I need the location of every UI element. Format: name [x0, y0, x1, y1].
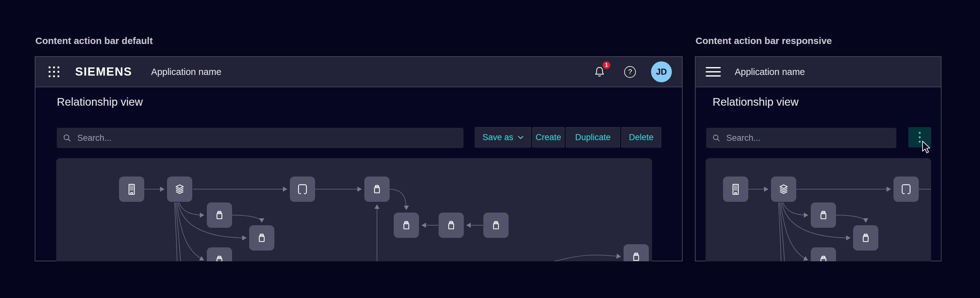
save-as-button[interactable]: Save as [475, 127, 531, 147]
diagram-node-container[interactable] [811, 202, 836, 228]
container-icon [858, 231, 873, 245]
container-icon [399, 218, 414, 232]
diagram-node-container[interactable] [853, 225, 878, 250]
diagram-edges [56, 158, 652, 261]
search-icon [712, 133, 721, 143]
search-icon [62, 133, 72, 143]
diagram-node-container[interactable] [364, 176, 390, 202]
container-icon [816, 208, 830, 223]
diagram-node-building[interactable] [119, 176, 144, 202]
notification-bell-button[interactable]: 1 [593, 65, 606, 79]
page-title: Relationship view [57, 96, 143, 108]
question-mark-icon: ? [624, 66, 636, 78]
diagram-node-container[interactable] [624, 244, 649, 261]
chevron-down-icon [518, 136, 523, 139]
diagram-node-container[interactable] [811, 247, 836, 261]
diagram-node-container[interactable] [249, 225, 274, 250]
diagram-node-container[interactable] [394, 213, 419, 238]
help-button[interactable]: ? [624, 66, 636, 78]
container-icon [212, 208, 227, 223]
diagram-node-container[interactable] [439, 213, 464, 238]
hamburger-icon [706, 67, 721, 77]
search-field[interactable] [57, 128, 463, 148]
search-field-responsive[interactable] [706, 128, 896, 148]
relationship-diagram-responsive [706, 158, 931, 261]
diagram-node-building[interactable] [723, 176, 748, 202]
container-icon [444, 218, 458, 232]
duplicate-button[interactable]: Duplicate [566, 127, 620, 147]
menu-button[interactable] [706, 67, 721, 77]
diagram-node-frame[interactable] [290, 176, 315, 202]
container-icon [816, 253, 830, 261]
layers-icon [776, 182, 791, 197]
frame-icon [295, 182, 310, 197]
container-icon [255, 231, 269, 245]
application-name-responsive: Application name [735, 67, 805, 77]
container-icon [629, 250, 643, 261]
container-icon [212, 253, 227, 261]
delete-button[interactable]: Delete [621, 127, 661, 147]
kebab-icon [919, 132, 921, 143]
diagram-node-layers[interactable] [771, 176, 796, 202]
building-icon [124, 182, 139, 197]
siemens-logo: SIEMENS [75, 65, 132, 79]
diagram-node-container[interactable] [207, 247, 232, 261]
create-button[interactable]: Create [532, 127, 565, 147]
app-launcher-icon[interactable] [49, 66, 59, 77]
page: Content action bar default SIEMENS Appli… [0, 0, 980, 298]
diagram-node-container[interactable] [207, 202, 232, 228]
frame-icon [899, 182, 913, 197]
section-title-responsive: Content action bar responsive [695, 35, 832, 46]
application-header: SIEMENS Application name 1 ? JD [35, 57, 682, 87]
layers-icon [172, 182, 187, 197]
diagram-node-layers[interactable] [167, 176, 192, 202]
section-title-default: Content action bar default [35, 35, 153, 46]
application-name: Application name [151, 67, 221, 77]
mouse-cursor [922, 141, 931, 154]
page-title-responsive: Relationship view [713, 96, 799, 108]
notification-badge: 1 [603, 61, 610, 69]
search-input-responsive[interactable] [725, 133, 891, 143]
user-avatar[interactable]: JD [651, 61, 672, 82]
relationship-diagram [56, 158, 652, 261]
diagram-node-container[interactable] [484, 213, 509, 238]
diagram-node-frame[interactable] [894, 176, 919, 202]
container-icon [489, 218, 503, 232]
building-icon [729, 182, 743, 197]
application-header-responsive: Application name [695, 57, 941, 87]
container-icon [370, 182, 384, 197]
search-input[interactable] [77, 133, 458, 143]
